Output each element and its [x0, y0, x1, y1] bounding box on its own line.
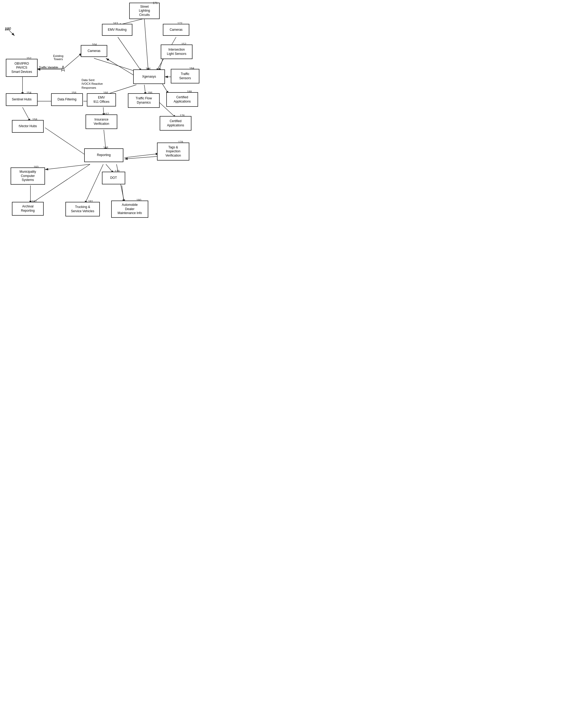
node-xgenasys-label: Xgenasys: [142, 75, 156, 79]
node-data-filtering-label: Data Filtering: [57, 98, 76, 102]
ref-152a: 152: [26, 57, 31, 60]
node-intersection-light: IntersectionLight Sensors: [161, 45, 192, 59]
data-sent-label: Data SentIVOCX ReactiveResponses: [82, 78, 103, 89]
node-traffic-flow-label: Traffic FlowDynamics: [136, 97, 152, 105]
node-auto-dealer-label: AutomobileDealerMaintenance Info: [117, 203, 142, 215]
node-obvipro-label: OBVIPROPAVICSSmart Devices: [11, 62, 32, 74]
node-emv-routing: EMV Routing: [102, 24, 132, 36]
ref-163: 163: [113, 22, 118, 25]
ref-174: 174: [146, 67, 151, 70]
ref-184: 184: [189, 67, 194, 70]
diagram-100-arrow: [8, 29, 16, 37]
node-municipality: MunicipalityComputerSystems: [10, 167, 45, 185]
node-trucking: Trucking &Service Vehicles: [65, 202, 100, 216]
traffic-variable-label: Traffic Variable: [39, 66, 58, 69]
node-emv-911: EMV911 Offices: [87, 93, 116, 106]
svg-line-15: [106, 58, 136, 77]
ref-160: 160: [34, 165, 38, 168]
node-reporting: Reporting: [84, 148, 124, 162]
ref-188: 188: [187, 90, 192, 93]
node-emv-911-label: EMV911 Offices: [94, 96, 109, 104]
node-certified-app-top-label: CertifiedApplications: [174, 95, 191, 104]
node-cameras-mid-label: Cameras: [88, 49, 101, 53]
diagram: 100: [0, 0, 212, 278]
node-traffic-sensors-label: TrafficSensors: [179, 72, 191, 80]
node-sentinel-hubs: Sentinel Hubs: [6, 93, 37, 106]
svg-line-28: [85, 164, 103, 204]
svg-line-34: [63, 66, 64, 72]
svg-line-3: [144, 19, 148, 72]
node-reporting-label: Reporting: [97, 153, 111, 157]
ref-166: 166: [103, 91, 108, 94]
node-insurance-verif: InsuranceVerification: [85, 114, 117, 129]
connection-arrows: [0, 0, 212, 278]
svg-line-6: [94, 58, 136, 72]
ref-158: 158: [32, 118, 37, 121]
svg-line-4: [118, 37, 142, 72]
node-certified-app-bot-label: CertifiedApplications: [167, 119, 184, 127]
node-tags-inspection: Tags &InspectionVerification: [157, 142, 189, 160]
node-dot-label: DOT: [110, 176, 117, 180]
svg-line-26: [45, 164, 90, 170]
tower-symbol: [61, 66, 65, 71]
node-sentinel-hubs-label: Sentinel Hubs: [12, 98, 32, 102]
svg-line-30: [122, 185, 124, 203]
node-archival-reporting: ArchivalReporting: [12, 202, 44, 216]
existing-towers-label: ExistingTowers: [49, 54, 68, 61]
node-street-lighting: StreetLightingCircuits: [129, 3, 160, 19]
node-insurance-verif-label: InsuranceVerification: [94, 118, 109, 126]
node-traffic-flow: Traffic FlowDynamics: [128, 93, 160, 108]
ref-171: 171: [153, 1, 158, 4]
node-trucking-label: Trucking &Service Vehicles: [71, 205, 94, 213]
ref-178: 178: [178, 140, 183, 144]
ref-162: 162: [32, 200, 36, 203]
node-traffic-sensors: TrafficSensors: [171, 69, 200, 83]
node-data-filtering: Data Filtering: [51, 93, 83, 106]
node-archival-reporting-label: ArchivalReporting: [21, 205, 35, 213]
svg-line-10: [23, 107, 30, 122]
ref-152b: 152: [181, 43, 186, 46]
node-intersection-light-label: IntersectionLight Sensors: [167, 48, 186, 56]
node-tvector-hubs: tVector Hubs: [12, 120, 44, 133]
node-obvipro: OBVIPROPAVICSSmart Devices: [6, 59, 37, 77]
ref-156: 156: [72, 91, 76, 94]
node-certified-app-top: CertifiedApplications: [166, 92, 198, 107]
node-emv-routing-label: EMV Routing: [108, 28, 127, 32]
svg-line-25: [125, 156, 159, 159]
node-municipality-label: MunicipalityComputerSystems: [20, 170, 36, 182]
ref-181: 181: [88, 200, 93, 203]
node-street-lighting-label: StreetLightingCircuits: [139, 5, 150, 17]
ref-180: 180: [136, 199, 141, 202]
node-certified-app-bot: CertifiedApplications: [160, 116, 191, 131]
ref-154: 154: [26, 91, 31, 94]
node-cameras-mid: Cameras: [81, 45, 107, 57]
ref-186: 186: [148, 91, 152, 94]
svg-line-24: [125, 154, 159, 158]
node-auto-dealer: AutomobileDealerMaintenance Info: [111, 201, 148, 218]
node-cameras-top: Cameras: [163, 24, 189, 36]
svg-line-23: [45, 128, 87, 156]
node-dot: DOT: [102, 172, 125, 184]
node-tvector-hubs-label: tVector Hubs: [19, 124, 37, 129]
ref-167: 167: [104, 112, 109, 115]
ref-176: 176: [180, 114, 185, 117]
ref-170: 170: [115, 170, 120, 173]
node-xgenasys: Xgenasys: [133, 70, 165, 84]
node-cameras-top-label: Cameras: [170, 28, 183, 32]
node-tags-inspection-label: Tags &InspectionVerification: [165, 146, 181, 158]
ref-164: 164: [92, 43, 97, 46]
ref-172: 172: [178, 22, 182, 25]
svg-line-37: [9, 30, 15, 36]
ref-168: 168: [103, 146, 108, 149]
svg-line-33: [61, 66, 63, 72]
